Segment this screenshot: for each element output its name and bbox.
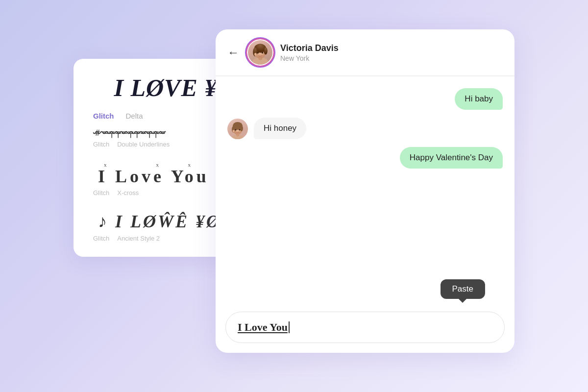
- sub-label-glitch[interactable]: Glitch: [93, 141, 109, 148]
- paste-tooltip[interactable]: Paste: [441, 279, 485, 299]
- chat-panel: ←: [216, 29, 514, 353]
- back-button[interactable]: ←: [227, 46, 239, 59]
- svg-point-14: [240, 125, 243, 131]
- font-option-delta[interactable]: Delta: [126, 112, 143, 120]
- ancient-label-glitch[interactable]: Glitch: [93, 235, 109, 242]
- svg-point-15: [235, 129, 237, 130]
- xcross-label-glitch[interactable]: Glitch: [93, 189, 109, 196]
- contact-info: Victoria Davis New York: [280, 43, 339, 62]
- message-row-sent-2: Happy Valentine's Day: [227, 147, 503, 169]
- chat-input[interactable]: I Love You: [225, 312, 505, 343]
- sub-label-double-underlines[interactable]: Double Underlines: [117, 141, 170, 148]
- bubble-sent-2: Happy Valentine's Day: [400, 147, 503, 169]
- message-row-received-1: Hi honey: [227, 118, 503, 139]
- main-scene: I LØVE ¥ØŨ Glitch Delta ＃═╤╤═╤╤═╤╤═ Glit…: [74, 29, 514, 363]
- received-avatar: [227, 119, 248, 139]
- received-avatar-svg: [227, 119, 248, 139]
- svg-point-6: [257, 52, 259, 53]
- xcross-main-text: I Love You: [98, 167, 209, 186]
- avatar-inner: [248, 40, 272, 65]
- glitch-double-underline-text: ＃═╤╤═╤╤═╤╤═: [93, 127, 166, 138]
- contact-name: Victoria Davis: [280, 43, 339, 53]
- input-text: I Love You: [238, 321, 288, 333]
- svg-point-16: [239, 129, 241, 130]
- ancient-label-style2[interactable]: Ancient Style 2: [117, 235, 160, 242]
- contact-avatar: [247, 39, 273, 66]
- chat-header: ←: [216, 29, 514, 76]
- svg-point-7: [262, 52, 264, 53]
- contact-location: New York: [280, 54, 339, 62]
- bubble-sent-1: Hi baby: [455, 88, 503, 110]
- avatar-svg: [248, 40, 272, 65]
- xcross-label-xcross[interactable]: X-cross: [117, 189, 139, 196]
- svg-point-5: [264, 48, 267, 55]
- bubble-received-1: Hi honey: [254, 118, 306, 139]
- message-row-sent-1: Hi baby: [227, 88, 503, 110]
- font-option-glitch-1[interactable]: Glitch: [93, 112, 114, 120]
- chat-input-area: Paste I Love You: [216, 306, 514, 353]
- cursor: [289, 321, 290, 333]
- chat-messages: Hi baby: [216, 76, 514, 306]
